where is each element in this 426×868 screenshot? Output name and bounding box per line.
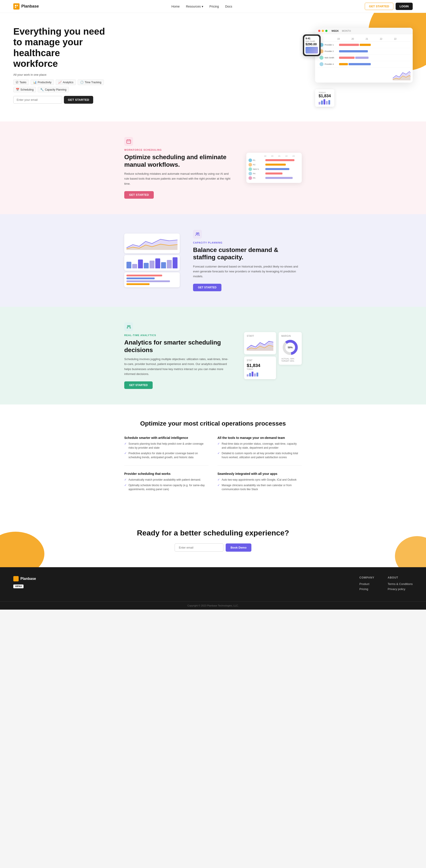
ops-check: ✓ Real-time data on provider status, cov… [218,442,302,450]
footer-pricing-link[interactable]: Pricing [359,587,374,591]
calendar-header: 1920212222 [317,36,411,42]
provider-name: P4 [249,172,264,175]
section-inner: REAL-TIME ANALYTICS Analytics for smarte… [124,322,302,389]
section-text: REAL-TIME ANALYTICS Analytics for smarte… [124,322,231,389]
stat-bar [324,99,325,104]
ops-item-team: All the tools to manage your on-demand t… [218,436,302,459]
section3-cta[interactable]: GET STARTED [124,381,153,389]
stat-mini-bars [247,372,273,376]
stat-bar [328,100,330,104]
footer-about-col: ABOUT Terms & Conditions Privacy policy [388,576,413,592]
productivity-icon: 📊 [33,81,37,84]
analytics-right-mockup: STAFF STAT $1,834 TODAY [244,332,302,379]
analytics-icon [126,324,131,329]
logo[interactable]: Planbase [13,3,39,9]
logo-icon [13,3,20,9]
bar-segment [265,164,286,165]
navbar: Planbase Home Resources ▾ Pricing Docs G… [0,0,426,13]
get-started-button[interactable]: GET STARTED [365,3,393,10]
bar-segment [265,173,283,175]
phone-chart [305,47,318,54]
nav-docs[interactable]: Docs [225,5,232,8]
nav-actions: GET STARTED LOGIN [365,3,413,10]
avatar [249,172,252,175]
hero-cta-button[interactable]: GET STARTED [64,96,93,104]
section2-cta[interactable]: GET STARTED [193,284,222,291]
operations-title: Optimize your most critical operations p… [13,420,413,427]
ready-form: Book Demo [13,544,413,552]
footer-product-link[interactable]: Product [359,582,374,586]
provider-name: Nick Smith [320,56,337,60]
ready-email-input[interactable] [175,544,223,552]
dash-tab-week: WEEK [331,30,339,32]
scheduling-icon-box [124,137,133,146]
section1-cta[interactable]: GET STARTED [124,191,154,199]
book-demo-button[interactable]: Book Demo [226,544,251,552]
svg-rect-1 [17,5,18,6]
feature-tags: ☑ Tasks 📊 Productivity 📈 Analytics 🕐 Tim… [13,80,106,92]
schedule-bars [265,168,299,170]
bar-item [127,262,131,269]
dashboard-chart-area [317,69,411,80]
analytics-section: REAL-TIME ANALYTICS Analytics for smarte… [0,307,426,404]
dashboard-topbar: WEEK MONTH [315,28,413,34]
tag-time-tracking: 🕐 Time Tracking [78,80,104,85]
hero-email-input[interactable] [13,96,62,104]
tag-tasks: ☑ Tasks [13,80,29,85]
svg-point-9 [196,232,197,234]
avatar [249,176,252,180]
check-text: Manage clinicians availability via their… [222,483,302,491]
provider-name: P2 [249,163,264,166]
footer-privacy-link[interactable]: Privacy policy [388,587,413,591]
footer-company-heading: COMPANY [359,576,374,579]
footer: Planbase HIPAA COMPANY Product Pricing A… [0,567,426,601]
ops-check: ✓ Detailed & custom reports on all key p… [218,451,302,459]
svg-rect-2 [15,7,16,8]
section1-title: Optimize scheduling and eliminate manual… [124,153,233,168]
stat-label: TODAY [319,91,331,94]
bar-segment [339,44,359,46]
ops-item-integration: Seamlessly integrated with all your apps… [218,472,302,491]
check-icon: ✓ [218,484,220,487]
phone-screen: 9:41 Nick Smith $290.00 [304,36,319,55]
schedule-bars [339,57,408,59]
bar [249,373,251,376]
avatar [320,62,324,66]
section2-badge: CAPACITY PLANNING [193,241,302,244]
area-chart [393,69,411,80]
nav-resources[interactable]: Resources ▾ [186,5,203,8]
area-chart-svg [127,236,177,250]
phone-time: 9:41 [305,37,318,40]
login-button[interactable]: LOGIN [396,3,413,10]
ops-item-ai: Schedule smarter with artificial intelli… [124,436,208,459]
check-text: Scenario planning tools that help predic… [128,442,208,450]
stat-card-analytics: STAT $1,834 TODAY [244,356,276,379]
avatar [249,163,252,166]
stat-value-analytics: $1,834 [247,363,273,368]
hero-headline: Everything you need to manage your healt… [13,26,106,69]
table-row: Provider 2 [317,48,411,55]
phone-amount: $290.00 [305,42,318,46]
analytics-col-left: STAFF STAT $1,834 TODAY [244,332,276,379]
footer-left: Planbase HIPAA [13,576,36,588]
check-text: Real-time data on provider status, cover… [222,442,302,450]
nav-pricing[interactable]: Pricing [209,5,219,8]
provider-name: P1 [249,158,264,162]
tag-scheduling-label: Scheduling [21,88,33,91]
area-chart-card [124,234,180,253]
check-icon: ✓ [124,452,127,455]
provider-name: Nick S. [249,167,264,171]
bar [254,373,256,376]
check-text: Automatically match provider availabilit… [128,478,201,482]
bar-item [150,260,155,269]
table-row: Nick S. [249,167,299,171]
avatar [249,167,252,171]
avatar [320,56,324,60]
provider-name: Provider 1 [320,43,337,47]
tag-scheduling: 📅 Scheduling [13,87,36,92]
donut-card: MARGIN 59% ACTUAL: 59% TARGET: 65% [279,332,302,365]
check-text: Detailed & custom reports on all key pro… [222,451,302,459]
footer-terms-link[interactable]: Terms & Conditions [388,582,413,586]
section1-body: Reduce scheduling mistakes and automate … [124,172,233,186]
nav-home[interactable]: Home [171,5,180,8]
